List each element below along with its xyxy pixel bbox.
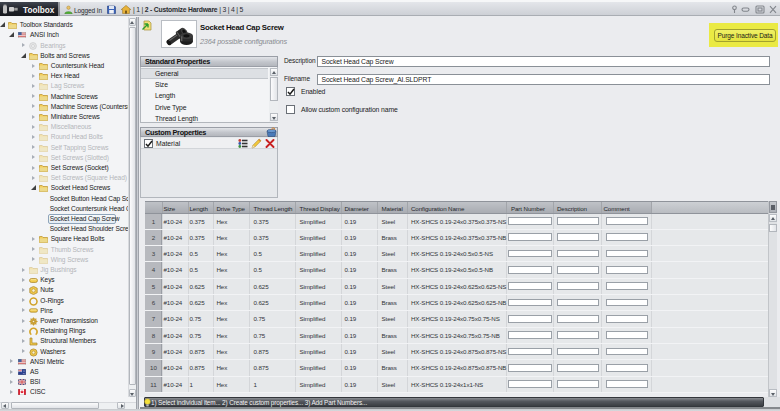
svg-text:Toolbox: Toolbox	[23, 6, 55, 15]
